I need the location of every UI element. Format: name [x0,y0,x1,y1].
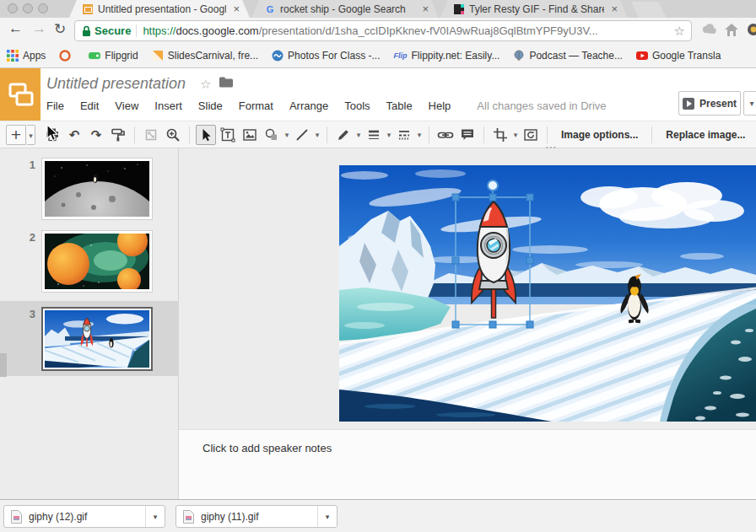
line-dash-button[interactable] [394,125,414,145]
tab-close-icon[interactable]: × [420,3,430,14]
slide-thumbnail-2[interactable] [41,230,153,293]
pen-color-button[interactable] [333,125,354,145]
tab-rocket-ship-search[interactable]: G rocket ship - Google Search × [251,0,439,18]
crop-image-button[interactable] [490,125,510,145]
zoom-button[interactable] [163,125,183,145]
line-weight-dropdown[interactable]: ▾ [385,131,393,139]
insert-comment-button[interactable] [457,125,478,145]
new-slide-dropdown[interactable]: ▾ [27,125,35,145]
bookmark-favicon-only[interactable] [59,50,75,62]
tab-close-icon[interactable]: × [231,3,241,14]
thumbnail-rocket-iceberg-scene [45,310,149,368]
line-weight-button[interactable] [364,125,384,145]
image-icon [242,127,257,142]
apps-shortcut[interactable]: Apps [7,50,46,62]
link-icon [437,127,454,142]
notes-resize-handle[interactable]: ⋯ [545,140,558,153]
menu-file[interactable]: File [46,99,64,112]
move-to-folder-icon[interactable] [219,77,233,88]
bookmark-photos-for-class[interactable]: Photos For Class -... [272,50,380,62]
filmstrip-scrollbar[interactable] [0,353,7,377]
window-zoom-button[interactable] [38,3,48,13]
tab-title: Tyler Resty GIF - Find & Share [469,3,604,15]
toolbar-separator [651,126,652,143]
present-dropdown[interactable]: ▾ [743,91,756,116]
line-dropdown[interactable]: ▾ [313,131,321,139]
back-button[interactable]: ← [8,20,23,37]
bookmark-star-icon[interactable]: ☆ [674,24,685,39]
cloud-extension-icon[interactable] [701,23,718,36]
pen-color-dropdown[interactable]: ▾ [354,131,363,139]
undo-button[interactable]: ↶ [64,125,84,145]
menu-arrange[interactable]: Arrange [289,99,328,112]
speaker-notes-placeholder[interactable]: Click to add speaker notes [202,442,332,454]
line-icon [294,127,310,142]
line-dash-dropdown[interactable]: ▾ [415,131,424,139]
bookmark-flippity[interactable]: Flip Flippity.net: Easily... [393,50,500,62]
shape-dropdown[interactable]: ▾ [283,131,291,139]
insert-link-button[interactable] [435,125,456,145]
download-item-2[interactable]: giphy (11).gif ▾ [176,505,338,528]
print-button[interactable] [42,125,62,145]
print-icon [45,127,60,142]
image-options-button[interactable]: Image options... [553,129,646,141]
paint-format-button[interactable] [108,125,128,145]
bookmark-google-translate[interactable]: Google Transla [636,50,721,62]
home-icon[interactable] [724,23,739,37]
download-item-1[interactable]: giphy (12).gif ▾ [3,505,165,528]
address-bar[interactable]: Secure https://docs.google.com/presentat… [74,20,692,41]
zoom-fit-button[interactable] [141,125,161,145]
tab-tyler-resty-gif[interactable]: Tyler Resty GIF - Find & Share × [440,0,628,18]
bookmark-podcast[interactable]: Podcast — Teache... [513,50,623,62]
new-slide-button[interactable]: + [6,125,26,145]
menu-insert[interactable]: Insert [154,99,182,112]
bookmark-flipgrid[interactable]: Flipgrid [89,50,138,62]
download-menu-caret[interactable]: ▾ [317,506,337,527]
present-button[interactable]: Present [678,91,741,116]
menu-edit[interactable]: Edit [80,99,99,112]
slides-logo[interactable] [0,68,40,121]
window-minimize-button[interactable] [23,3,33,13]
tab-close-icon[interactable]: × [609,3,619,14]
recolor-image-icon [523,127,538,142]
line-tool-button[interactable] [292,125,312,145]
redo-button[interactable]: ↷ [86,125,106,145]
slide-thumbnail-3-selected[interactable] [41,307,153,371]
google-favicon-icon: G [265,4,275,14]
shape-icon [264,127,279,142]
download-menu-caret[interactable]: ▾ [145,506,165,527]
bookmark-label: Google Transla [652,50,721,62]
forward-button[interactable]: → [32,20,46,37]
menu-format[interactable]: Format [239,99,273,112]
shape-tool-button[interactable] [262,125,282,145]
select-tool-button[interactable] [196,125,216,145]
document-title[interactable]: Untitled presentation [46,75,186,93]
slides-header: Untitled presentation ☆ File Edit View I… [0,68,756,121]
toolbar-separator [327,126,327,143]
rotate-handle[interactable] [488,180,498,191]
text-box-icon [220,127,235,142]
text-box-button[interactable] [218,125,238,145]
star-document-icon[interactable]: ☆ [200,77,211,92]
tab-untitled-presentation[interactable]: Untitled presentation - Google × [69,0,250,18]
menu-slide[interactable]: Slide [198,99,223,112]
replace-image-button[interactable]: Replace image... [657,129,753,141]
bookmark-slidescarnival[interactable]: SlidesCarnival, fre... [152,50,258,62]
slide-canvas[interactable] [339,165,756,422]
insert-image-button[interactable] [240,125,260,145]
adjust-image-button[interactable] [521,125,541,145]
extension-icon[interactable] [747,23,756,36]
window-close-button[interactable] [8,3,18,13]
menu-help[interactable]: Help [429,99,451,112]
speaker-notes[interactable]: Click to add speaker notes [179,429,756,499]
crop-dropdown[interactable]: ▾ [511,131,520,139]
new-tab-button[interactable] [631,2,667,18]
menu-tools[interactable]: Tools [344,99,370,112]
menu-view[interactable]: View [115,99,138,112]
slide-thumbnail-1[interactable] [41,158,153,220]
menu-table[interactable]: Table [386,99,413,112]
bookmarks-bar: Apps Flipgrid SlidesCarnival, fre... Pho… [0,44,756,68]
apps-grid-icon [7,50,19,62]
reload-button[interactable]: ↻ [54,20,66,38]
screen: Untitled presentation - Google × G rocke… [0,0,756,532]
